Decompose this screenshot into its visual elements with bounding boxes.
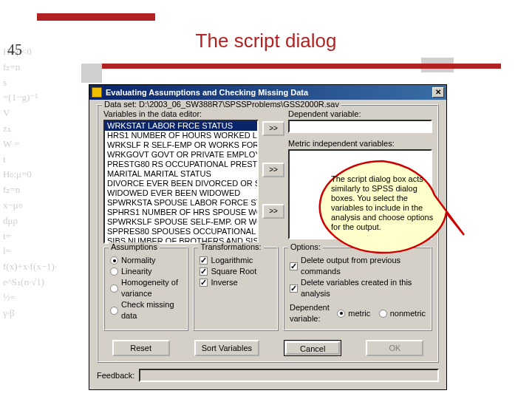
- dataset-label: Data set: D:\2003_06_SW388R7\SPSSProblem…: [102, 100, 341, 109]
- app-icon: [92, 87, 102, 98]
- background-math: H₁:μ<0 f₂=n s =(1−g)⁻¹ V z₁ W = t H₀:μ=0…: [3, 44, 84, 384]
- list-item[interactable]: WRKSTAT LABOR FRCE STATUS: [105, 121, 257, 131]
- decorative-bar-top: [37, 13, 155, 21]
- list-item[interactable]: WRKSLF R SELF-EMP OR WORKS FOR S: [105, 140, 257, 150]
- dependent-label: Dependent variable:: [288, 109, 432, 118]
- list-item[interactable]: SPWRKSLF SPOUSE SELF-EMP. OR WO: [105, 217, 257, 227]
- linearity-radio[interactable]: Linearity: [110, 266, 182, 277]
- sqrt-check[interactable]: Square Root: [200, 266, 271, 277]
- variables-label: Variables in the data editor:: [103, 109, 259, 118]
- title-underline: [102, 64, 501, 69]
- list-item[interactable]: PRESTG80 RS OCCUPATIONAL PRESTIG: [105, 160, 257, 169]
- list-item[interactable]: DIVORCE EVER BEEN DIVORCED OR SE: [105, 179, 257, 188]
- metric-label: Metric independent variables:: [288, 139, 432, 148]
- callout-text: The script dialog box acts similarly to …: [331, 174, 434, 232]
- move-to-metric-button[interactable]: >>: [262, 163, 284, 177]
- list-item[interactable]: SPPRES80 SPOUSES OCCUPATIONAL PF: [105, 227, 257, 236]
- log-check[interactable]: Logarithmic: [200, 255, 271, 266]
- feedback-field: [139, 369, 439, 382]
- variables-listbox[interactable]: WRKSTAT LABOR FRCE STATUS HRS1 NUMBER OF…: [103, 120, 259, 244]
- transformations-legend: Transformations:: [198, 242, 263, 251]
- slide-title: The script dialog: [0, 30, 532, 52]
- cancel-button[interactable]: Cancel: [284, 340, 341, 356]
- inverse-check[interactable]: Inverse: [200, 277, 271, 288]
- normality-radio[interactable]: Normality: [110, 255, 182, 266]
- feedback-label: Feedback:: [97, 371, 134, 380]
- assumptions-legend: Assumptions: [109, 242, 160, 251]
- move-to-dependent-button[interactable]: >>: [262, 121, 284, 136]
- list-item[interactable]: SPWRKSTA SPOUSE LABOR FORCE STA: [105, 198, 257, 208]
- dialog-title: Evaluating Assumptions and Checking Miss…: [106, 88, 308, 97]
- list-item[interactable]: WRKGOVT GOVT OR PRIVATE EMPLOYE: [105, 150, 257, 160]
- titlebar[interactable]: Evaluating Assumptions and Checking Miss…: [89, 85, 446, 100]
- homogeneity-radio[interactable]: Homogeneity of variance: [110, 277, 182, 299]
- sort-variables-button[interactable]: Sort Variables: [194, 340, 259, 356]
- reset-button[interactable]: Reset: [112, 340, 170, 356]
- list-item[interactable]: SPHRS1 NUMBER OF HRS SPOUSE WOR: [105, 208, 257, 217]
- delete-created-vars-check[interactable]: Delete variables created in this analysi…: [290, 277, 426, 299]
- metric-radio[interactable]: [337, 310, 345, 318]
- dependent-field[interactable]: [288, 120, 432, 133]
- list-item[interactable]: MARITAL MARITAL STATUS: [105, 169, 257, 179]
- missing-data-radio[interactable]: Check missing data: [110, 299, 182, 321]
- list-item[interactable]: WIDOWED EVER BEEN WIDOWED: [105, 188, 257, 198]
- decorative-block: [81, 64, 102, 83]
- close-icon[interactable]: ✕: [432, 87, 444, 98]
- move-to-other-button[interactable]: >>: [262, 204, 284, 219]
- list-item[interactable]: HRS1 NUMBER OF HOURS WORKED LAS: [105, 131, 257, 140]
- ok-button[interactable]: OK: [366, 340, 423, 356]
- depvar-type-row: Dependent variable: metric nonmetric: [290, 302, 426, 324]
- annotation-callout: The script dialog box acts similarly to …: [319, 164, 445, 251]
- nonmetric-radio[interactable]: [379, 310, 387, 318]
